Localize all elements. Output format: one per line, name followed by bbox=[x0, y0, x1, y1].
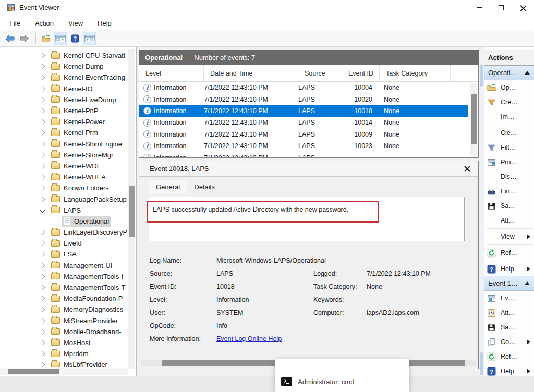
column-header-task-category[interactable]: Task Category bbox=[380, 65, 451, 81]
chevron-right-icon[interactable] bbox=[40, 97, 45, 102]
action-item-fin[interactable]: Fin… bbox=[484, 184, 534, 199]
menu-item-action[interactable]: Action bbox=[28, 19, 61, 27]
action-item-help[interactable]: ?Help bbox=[484, 364, 534, 376]
chevron-right-icon[interactable] bbox=[40, 307, 45, 312]
tree-item-moshost[interactable]: MosHost bbox=[0, 337, 128, 348]
tree-item-known-folders[interactable]: Known Folders bbox=[0, 182, 128, 193]
column-header-event-id[interactable]: Event ID bbox=[342, 65, 380, 81]
tree-item-managementtools-t[interactable]: ManagementTools-T bbox=[0, 282, 128, 293]
chevron-down-icon[interactable] bbox=[40, 207, 45, 213]
tree-item-kernel-shimengine[interactable]: Kernel-ShimEngine bbox=[0, 139, 128, 150]
tree-item-management-ui[interactable]: Management-UI bbox=[0, 260, 128, 271]
chevron-right-icon[interactable] bbox=[40, 119, 45, 125]
tree-item-laps[interactable]: LAPS bbox=[0, 205, 128, 216]
open-saved-log-button[interactable] bbox=[39, 32, 53, 45]
tree-vertical-scrollbar[interactable] bbox=[128, 49, 135, 369]
tree-item-kernel-eventtracing[interactable]: Kernel-EventTracing bbox=[0, 72, 128, 83]
chevron-right-icon[interactable] bbox=[40, 186, 45, 191]
minimize-button[interactable] bbox=[468, 0, 490, 16]
collapse-triangle-icon[interactable] bbox=[525, 281, 530, 285]
event-row[interactable]: iInformation7/1/2022 12:43:10 PMLAPS bbox=[139, 152, 468, 158]
tree-item-languagepacksetup[interactable]: LanguagePackSetup bbox=[0, 193, 128, 204]
event-row[interactable]: iInformation7/1/2022 12:43:10 PMLAPS1000… bbox=[139, 82, 468, 93]
action-item-im[interactable]: Im… bbox=[484, 109, 534, 124]
tree-item-kernel-whea[interactable]: Kernel-WHEA bbox=[0, 172, 128, 182]
action-item-co[interactable]: Co… bbox=[484, 335, 534, 349]
chevron-right-icon[interactable] bbox=[40, 362, 45, 367]
chevron-right-icon[interactable] bbox=[40, 75, 45, 80]
tree-item-lsa[interactable]: LSA bbox=[0, 249, 128, 260]
action-item-att[interactable]: Att… bbox=[484, 305, 534, 320]
event-row[interactable]: iInformation7/1/2022 12:43:10 PMLAPS1000… bbox=[139, 129, 468, 140]
chevron-right-icon[interactable] bbox=[40, 252, 45, 257]
chevron-right-icon[interactable] bbox=[40, 285, 45, 290]
chevron-right-icon[interactable] bbox=[40, 263, 45, 268]
chevron-right-icon[interactable] bbox=[40, 141, 45, 146]
tab-details[interactable]: Details bbox=[187, 180, 222, 193]
action-item-cre[interactable]: Cre… bbox=[484, 95, 534, 109]
tree-item-managementtools-i[interactable]: ManagementTools-I bbox=[0, 271, 128, 282]
action-item-sa[interactable]: Sa… bbox=[484, 320, 534, 335]
events-vertical-scrollbar-thumb[interactable] bbox=[471, 94, 477, 144]
tree-item-kernel-livedump[interactable]: Kernel-LiveDump bbox=[0, 94, 128, 105]
tree-item-mistreamprovider[interactable]: MiStreamProvider bbox=[0, 315, 128, 326]
back-button[interactable] bbox=[3, 32, 17, 45]
tree-item-operational[interactable]: Operational bbox=[0, 216, 128, 227]
tree-item-kernel-storemgr[interactable]: Kernel-StoreMgr bbox=[0, 150, 128, 161]
action-item-cle[interactable]: Cle… bbox=[484, 126, 534, 140]
event-log-online-help-link[interactable]: Event Log Online Help bbox=[216, 335, 282, 342]
action-item-op[interactable]: Op… bbox=[484, 80, 534, 95]
tree-item-kernel-prm[interactable]: Kernel-Prm bbox=[0, 127, 128, 138]
event-row[interactable]: iInformation7/1/2022 12:43:10 PMLAPS1001… bbox=[139, 117, 468, 128]
event-row[interactable]: iInformation7/1/2022 12:43:10 PMLAPS1001… bbox=[139, 105, 468, 117]
divider-scrollbar-thumb-bottom[interactable] bbox=[480, 352, 483, 375]
tree-item-kernel-dump[interactable]: Kernel-Dump bbox=[0, 61, 128, 72]
link-text[interactable]: Event Log Online Help bbox=[216, 335, 282, 342]
chevron-right-icon[interactable] bbox=[40, 318, 45, 323]
chevron-right-icon[interactable] bbox=[40, 86, 45, 91]
tree-item-mediafoundation-p[interactable]: MediaFoundation-P bbox=[0, 293, 128, 304]
tree-item-linklayerdiscoveryp[interactable]: LinkLayerDiscoveryP bbox=[0, 227, 128, 238]
actions-section-header-operati[interactable]: Operati… bbox=[484, 66, 534, 80]
tree-item-kernel-cpu-starvati[interactable]: Kernel-CPU-Starvati- bbox=[0, 50, 128, 61]
chevron-right-icon[interactable] bbox=[40, 53, 45, 58]
maximize-button[interactable] bbox=[490, 0, 512, 16]
actions-section-header-event-1[interactable]: Event 1… bbox=[484, 276, 534, 291]
help-button[interactable]: ? bbox=[68, 32, 82, 45]
tree-item-memorydiagnostics[interactable]: MemoryDiagnostics bbox=[0, 304, 128, 315]
menu-item-file[interactable]: File bbox=[2, 19, 28, 27]
action-item-filt[interactable]: Filt… bbox=[484, 140, 534, 155]
action-item-view[interactable]: View bbox=[484, 229, 534, 244]
console-tree-button[interactable] bbox=[54, 32, 67, 45]
column-header-level[interactable]: Level bbox=[139, 65, 204, 81]
tree-item-mobile-broadband[interactable]: Mobile-Broadband- bbox=[0, 326, 128, 337]
events-vertical-scrollbar[interactable] bbox=[470, 83, 477, 156]
tree-item-kernel-pnp[interactable]: Kernel-PnP bbox=[0, 105, 128, 116]
column-header-date-and-time[interactable]: Date and Time bbox=[204, 65, 298, 81]
chevron-right-icon[interactable] bbox=[40, 108, 45, 114]
collapse-triangle-icon[interactable] bbox=[525, 71, 530, 75]
chevron-right-icon[interactable] bbox=[40, 197, 45, 202]
chevron-right-icon[interactable] bbox=[40, 296, 45, 301]
menu-item-help[interactable]: Help bbox=[90, 19, 119, 27]
tree-horizontal-scrollbar-thumb[interactable] bbox=[8, 369, 59, 374]
detail-close-icon[interactable] bbox=[464, 165, 471, 173]
forward-button[interactable] bbox=[18, 32, 31, 45]
action-item-ev[interactable]: Ev… bbox=[484, 291, 534, 305]
chevron-right-icon[interactable] bbox=[40, 329, 45, 334]
tree-vertical-scrollbar-thumb[interactable] bbox=[129, 186, 135, 237]
chevron-right-icon[interactable] bbox=[40, 164, 45, 169]
event-row[interactable]: iInformation7/1/2022 12:43:10 PMLAPS1002… bbox=[139, 93, 468, 105]
action-item-dis[interactable]: Dis… bbox=[484, 169, 534, 184]
tab-general[interactable]: General bbox=[149, 180, 187, 193]
tree-item-liveid[interactable]: LiveId bbox=[0, 238, 128, 249]
pane-divider-scrollbar[interactable] bbox=[479, 50, 484, 376]
action-item-att[interactable]: Att… bbox=[484, 213, 534, 228]
tree-item-mslbfprovider[interactable]: MsLbfProvider bbox=[0, 359, 128, 367]
tree-item-kernel-wdi[interactable]: Kernel-WDI bbox=[0, 161, 128, 172]
column-header-source[interactable]: Source bbox=[298, 65, 342, 81]
chevron-right-icon[interactable] bbox=[40, 241, 45, 246]
chevron-right-icon[interactable] bbox=[40, 152, 45, 157]
tree-item-kernel-power[interactable]: Kernel-Power bbox=[0, 116, 128, 127]
action-item-ref[interactable]: Ref… bbox=[484, 246, 534, 260]
